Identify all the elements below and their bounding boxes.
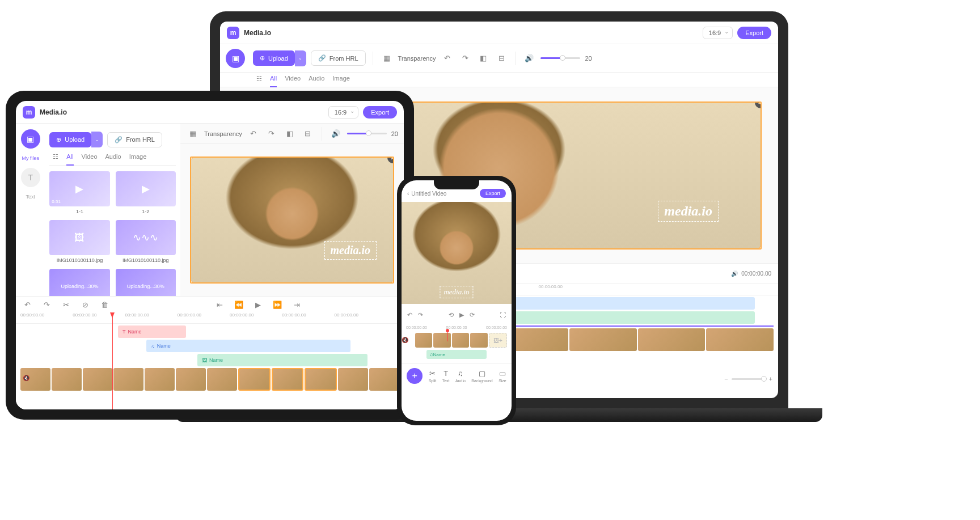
aspect-ratio-select[interactable]: 16:9 (328, 106, 358, 119)
upload-dropdown[interactable]: ⌄ (295, 50, 306, 66)
undo-icon[interactable]: ↶ (247, 127, 260, 141)
clip[interactable] (207, 368, 237, 391)
files-icon[interactable]: ▣ (226, 49, 245, 68)
redo-icon[interactable]: ↷ (458, 52, 472, 65)
speed-icon[interactable]: ⊘ (78, 298, 92, 311)
track-text[interactable]: TName (118, 325, 186, 338)
clip[interactable] (338, 368, 368, 391)
skip-start-icon[interactable]: ⇤ (213, 298, 226, 311)
redo-icon[interactable]: ↷ (265, 127, 278, 141)
background-tool[interactable]: ▢Background (471, 369, 492, 383)
my-files-icon[interactable]: ▣ (21, 129, 40, 149)
clip[interactable] (176, 368, 206, 391)
cut-icon[interactable]: ✂ (59, 298, 73, 311)
timeline-zoom[interactable]: − + (724, 375, 772, 382)
tab-audio[interactable]: Audio (309, 75, 324, 82)
speaker-icon[interactable]: 🔊 (731, 270, 738, 277)
fullscreen-icon[interactable]: ⛶ (500, 311, 506, 318)
split-tool[interactable]: ✂Split (429, 369, 437, 383)
playhead[interactable] (447, 331, 448, 341)
mute-icon[interactable]: 🔇 (402, 337, 408, 343)
clip[interactable] (706, 328, 774, 351)
tab-video[interactable]: Video (82, 153, 98, 160)
clip[interactable] (145, 368, 175, 391)
track-audio[interactable]: ♫Name (146, 340, 350, 352)
media-item-uploading[interactable]: Uploading...30%IMG1010100110.jpg (116, 269, 176, 296)
upload-dropdown[interactable]: ⌄ (91, 132, 103, 147)
size-tool[interactable]: ▭Size (499, 369, 506, 383)
export-button[interactable]: Export (480, 189, 506, 198)
clip-track[interactable]: 🖼+ (415, 333, 507, 348)
export-button[interactable]: Export (363, 106, 397, 119)
media-item[interactable]: 🖼IMG1010100110.jpg (49, 220, 109, 263)
play-icon[interactable]: ▶ (459, 311, 464, 319)
tab-all[interactable]: All (270, 75, 277, 82)
clip[interactable] (415, 333, 432, 348)
redo-icon[interactable]: ↷ (40, 298, 53, 311)
add-clip-icon[interactable]: 🖼+ (489, 333, 507, 348)
text-tool-icon[interactable]: T (21, 168, 40, 187)
canvas[interactable]: media.io ✕ (180, 144, 404, 296)
clip[interactable] (638, 328, 706, 351)
watermark-overlay[interactable]: media.io (324, 241, 377, 260)
back-button[interactable]: ‹Untitled Video (407, 191, 446, 197)
watermark-overlay[interactable]: media.io (440, 286, 473, 298)
video-frame[interactable]: media.io ✕ (190, 157, 394, 283)
flip-v-icon[interactable]: ⊟ (301, 127, 315, 141)
clip-selected[interactable] (238, 368, 271, 391)
mute-icon[interactable]: 🔇 (19, 371, 33, 384)
clip[interactable] (83, 368, 113, 391)
clip[interactable] (470, 333, 487, 348)
clip[interactable] (113, 368, 143, 391)
volume-slider[interactable] (540, 57, 580, 59)
flip-h-icon[interactable]: ◧ (476, 52, 490, 65)
flip-h-icon[interactable]: ◧ (283, 127, 297, 141)
upload-button[interactable]: ⊕Upload (49, 132, 91, 147)
rewind-icon[interactable]: ⟲ (449, 311, 454, 319)
upload-button[interactable]: ⊕Upload (253, 50, 295, 66)
tab-audio[interactable]: Audio (105, 153, 121, 160)
clip-track[interactable] (20, 368, 399, 391)
media-item[interactable]: ▶1-2 (116, 171, 176, 214)
track-image[interactable]: 🖼Name (197, 354, 368, 366)
flip-v-icon[interactable]: ⊟ (495, 52, 508, 65)
tab-all[interactable]: All (66, 153, 73, 160)
undo-icon[interactable]: ↶ (407, 311, 412, 319)
clip-selected[interactable] (272, 368, 304, 391)
volume-icon[interactable]: 🔊 (522, 52, 536, 65)
media-item[interactable]: ▶0:511-1 (49, 171, 109, 214)
tab-image[interactable]: Image (129, 153, 147, 160)
add-button[interactable]: + (407, 368, 423, 384)
aspect-ratio-select[interactable]: 16:9 (703, 27, 733, 39)
fast-forward-icon[interactable]: ⏩ (271, 298, 284, 311)
playhead[interactable] (112, 312, 113, 409)
redo-icon[interactable]: ↷ (418, 311, 423, 319)
track-audio[interactable]: ♫Name (426, 350, 487, 359)
clip[interactable] (52, 368, 82, 391)
text-tool[interactable]: TText (442, 369, 450, 383)
undo-icon[interactable]: ↶ (440, 52, 454, 65)
undo-icon[interactable]: ↶ (20, 298, 34, 311)
volume-slider[interactable] (347, 133, 387, 134)
skip-end-icon[interactable]: ⇥ (290, 298, 303, 311)
forward-icon[interactable]: ⟳ (470, 311, 475, 319)
from-hrl-button[interactable]: 🔗From HRL (311, 50, 366, 66)
rewind-icon[interactable]: ⏪ (232, 298, 246, 311)
play-icon[interactable]: ▶ (251, 298, 265, 311)
media-item[interactable]: ∿∿∿IMG1010100110.jpg (116, 220, 176, 263)
phone-canvas[interactable]: media.io (402, 202, 512, 304)
clip[interactable] (369, 368, 399, 391)
timeline-ruler[interactable]: 00:00:00.0000:00:00.0000:00:00.0000:00:0… (16, 312, 404, 324)
zoom-out-icon[interactable]: − (724, 375, 728, 382)
tab-image[interactable]: Image (332, 75, 350, 82)
tab-video[interactable]: Video (285, 75, 301, 82)
clip[interactable] (452, 333, 469, 348)
watermark-overlay[interactable]: media.io (658, 201, 719, 222)
clip[interactable] (569, 328, 637, 351)
volume-icon[interactable]: 🔊 (329, 127, 343, 141)
zoom-in-icon[interactable]: + (769, 375, 772, 382)
media-item-uploading[interactable]: Uploading...30%IMG1010100110.jpg (49, 269, 109, 296)
export-button[interactable]: Export (737, 27, 771, 39)
from-hrl-button[interactable]: 🔗From HRL (107, 132, 162, 147)
audio-tool[interactable]: ♫Audio (455, 369, 466, 383)
